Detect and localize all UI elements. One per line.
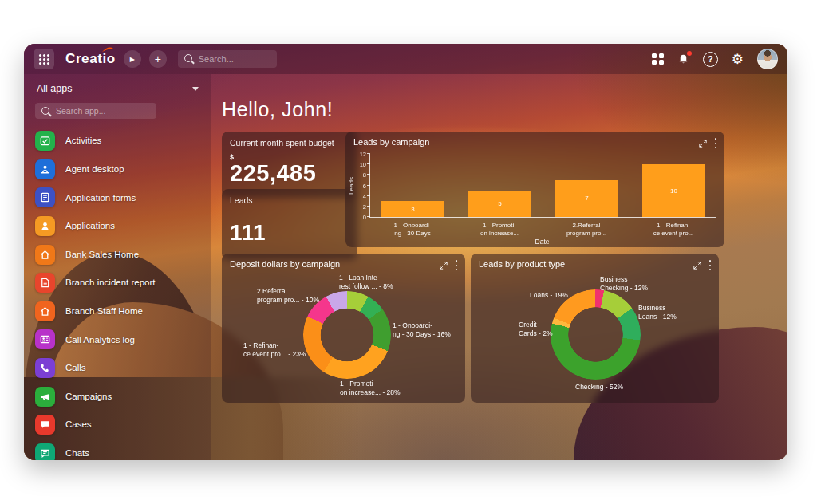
chart-header: Leads by product type: [479, 259, 711, 272]
screenshot-canvas: Creatio ▶ + ? ⚙ All a: [0, 0, 817, 504]
sidebar-item-label: Application forms: [65, 193, 136, 203]
kebab-menu-icon[interactable]: [709, 259, 712, 272]
y-tick: 0: [363, 214, 366, 221]
sidebar-item-branch-incident-report[interactable]: Branch incident report: [35, 269, 200, 297]
report-icon: [35, 273, 55, 293]
x-category-label: 1 - Refinan-ce event pro...: [630, 222, 717, 238]
sidebar-item-agent-desktop[interactable]: Agent desktop: [35, 156, 200, 184]
y-tick: 8: [363, 171, 366, 179]
workspace-selector[interactable]: All apps: [35, 79, 200, 98]
leads-card-title: Leads: [230, 195, 349, 205]
sidebar-item-applications[interactable]: Applications: [35, 212, 200, 241]
global-search-input[interactable]: [178, 50, 277, 68]
expand-icon[interactable]: [699, 140, 707, 148]
slice-label-credit-cards: CreditCards - 2%: [519, 321, 553, 338]
kebab-menu-icon[interactable]: [456, 259, 458, 272]
form-document-icon: [35, 187, 55, 207]
expand-icon[interactable]: [693, 262, 701, 270]
bar-promotion[interactable]: 5: [468, 191, 531, 217]
run-button[interactable]: ▶: [124, 50, 141, 68]
sidebar-item-label: Campaigns: [65, 392, 112, 402]
slice-label-onboarding: 1 - Onboardi-ng - 30 Days - 16%: [393, 321, 451, 339]
help-icon[interactable]: ?: [703, 52, 718, 67]
app-search-input[interactable]: [35, 103, 156, 119]
sidebar-item-label: Calls: [65, 363, 86, 373]
creatio-logo: Creatio: [65, 51, 116, 67]
expand-icon[interactable]: [440, 262, 448, 270]
slice-label-loan-interest: 1 - Loan Inte-rest follow ... - 8%: [339, 274, 393, 291]
greeting: Hello, John!: [222, 98, 333, 121]
x-category-label: 1 - Promoti-on increase...: [456, 222, 543, 238]
slice-label-business-loans: BusinessLoans - 12%: [638, 304, 677, 321]
user-avatar[interactable]: [757, 49, 778, 69]
slice-label-promotion: 1 - Promoti-on increase... - 28%: [340, 380, 401, 397]
logo-comet-icon: [101, 46, 114, 53]
slice-label-business-checking: BusinessChecking - 12%: [600, 275, 648, 293]
leads-value: 111: [230, 221, 349, 244]
global-search: [178, 50, 277, 68]
slice-label-referral: 2.Referralprogram pro... - 10%: [257, 287, 319, 305]
chart-title: Leads by product type: [479, 259, 565, 269]
sidebar-item-call-analytics-log[interactable]: Call Analytics log: [35, 325, 200, 354]
sidebar-item-activities[interactable]: Activities: [35, 127, 200, 156]
topbar-right: ? ⚙: [652, 49, 778, 69]
product-donut-chart[interactable]: [551, 289, 641, 380]
kebab-menu-icon[interactable]: [715, 137, 717, 150]
chevron-down-icon: [192, 87, 199, 91]
sidebar-item-label: Chats: [65, 448, 89, 459]
home-icon: [35, 301, 55, 321]
leads-by-campaign-card: Leads by campaign Leads 0 2 4 6 8 10 12 …: [345, 132, 724, 247]
y-axis-label: Leads: [348, 177, 355, 195]
chart-title: Deposit dollars by campaign: [230, 259, 340, 269]
sidebar-item-cases[interactable]: Cases: [35, 411, 200, 439]
y-tick: 2: [363, 203, 366, 210]
chart-header: Leads by campaign: [353, 137, 716, 150]
budget-value: 225,485: [230, 161, 349, 185]
leads-by-product-card: Leads by product type BusinessChecking -…: [471, 254, 719, 403]
notification-badge: [687, 51, 692, 56]
sidebar-item-application-forms[interactable]: Application forms: [35, 183, 200, 212]
app-search-icon: [41, 107, 49, 115]
apps-grid-icon[interactable]: [652, 53, 664, 65]
search-icon: [184, 54, 192, 62]
person-icon: [35, 216, 55, 236]
x-category-label: 1 - Onboardi-ng - 30 Days: [369, 222, 456, 238]
slice-label-refinance: 1 - Refinan-ce event pro... - 23%: [243, 341, 306, 359]
calendar-check-icon: [35, 131, 55, 151]
sidebar-item-label: Bank Sales Home: [65, 250, 139, 260]
sidebar-item-label: Activities: [65, 136, 101, 146]
workspace-label: All apps: [37, 83, 72, 94]
sidebar-item-label: Branch Staff Home: [65, 306, 143, 317]
sidebar-item-label: Agent desktop: [65, 164, 124, 175]
chat-bubble-icon: [35, 443, 55, 460]
x-category-label: 2.Referralprogram pro...: [543, 222, 630, 238]
gear-icon[interactable]: ⚙: [732, 53, 744, 66]
deposit-by-campaign-card: Deposit dollars by campaign 1 - Loan Int…: [222, 254, 465, 403]
y-tick: 4: [363, 192, 366, 199]
sidebar-item-bank-sales-home[interactable]: Bank Sales Home: [35, 240, 200, 269]
grid-9-dots-icon: [39, 54, 49, 65]
create-button[interactable]: +: [149, 50, 167, 68]
sidebar-item-branch-staff-home[interactable]: Branch Staff Home: [35, 297, 200, 326]
sidebar-item-calls[interactable]: Calls: [35, 354, 200, 383]
app-list: ActivitiesAgent desktopApplication forms…: [35, 127, 200, 460]
x-axis-label: Date: [369, 238, 715, 246]
case-bubble-icon: [35, 415, 55, 435]
app-launcher-icon[interactable]: [34, 49, 54, 69]
sidebar: All apps ActivitiesAgent desktopApplicat…: [24, 74, 211, 460]
logo-text: Creatio: [65, 51, 116, 66]
sidebar-item-campaigns[interactable]: Campaigns: [35, 382, 200, 411]
sidebar-item-chats[interactable]: Chats: [35, 439, 200, 460]
bar-refinance[interactable]: 10: [642, 164, 705, 217]
topbar: Creatio ▶ + ? ⚙: [24, 44, 787, 74]
notifications-bell-icon[interactable]: [677, 53, 689, 65]
leads-card: Leads 111: [222, 189, 357, 260]
sidebar-item-label: Branch incident report: [65, 278, 156, 288]
megaphone-icon: [35, 387, 55, 407]
bar-onboarding[interactable]: 3: [381, 201, 444, 217]
bar-plot: Leads 0 2 4 6 8 10 12 3 5 7 10: [369, 154, 716, 218]
home-icon: [35, 245, 55, 265]
sidebar-item-label: Cases: [65, 419, 92, 430]
slice-label-loans: Loans - 19%: [530, 291, 568, 300]
bar-referral[interactable]: 7: [555, 180, 618, 217]
